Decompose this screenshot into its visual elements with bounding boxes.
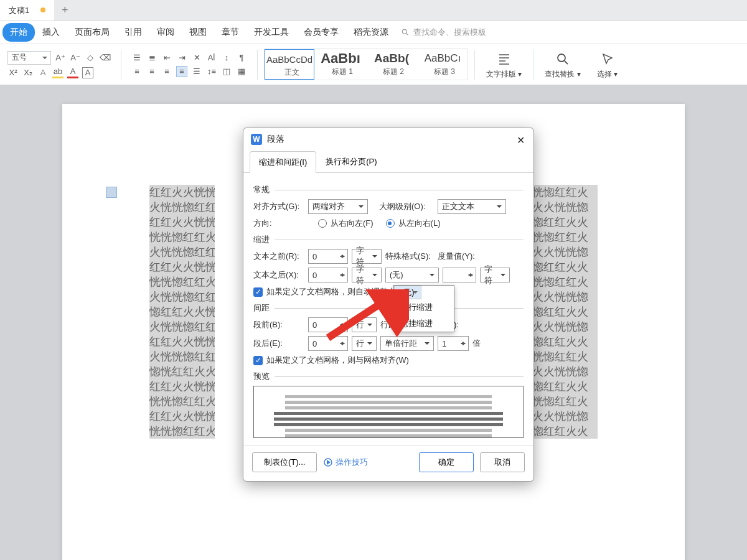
special-format-dropdown: (无) 首行缩进 悬挂缩进 bbox=[393, 285, 454, 332]
style-gallery[interactable]: AaBbCcDd 正文 AaBbı 标题 1 AaBb( 标题 2 AaBbCı… bbox=[264, 49, 468, 80]
command-search-placeholder: 查找命令、搜索模板 bbox=[413, 27, 486, 38]
dialog-body: 常规 对齐方式(G): 两端对齐 大纲级别(O): 正文文本 方向: 从右向左(… bbox=[243, 173, 533, 446]
menu-member[interactable]: 会员专享 bbox=[296, 23, 346, 42]
menu-chapter[interactable]: 章节 bbox=[214, 23, 247, 42]
snap-to-grid-checkbox[interactable]: ✓ bbox=[253, 356, 263, 365]
highlight-icon[interactable]: ab bbox=[52, 67, 63, 78]
special-format-select[interactable]: (无) bbox=[385, 268, 439, 282]
document-tab[interactable]: 文稿1 bbox=[0, 0, 54, 21]
measure-value-input[interactable] bbox=[443, 268, 476, 282]
align-center-icon[interactable]: ≡ bbox=[146, 66, 157, 77]
align-justify-icon[interactable]: ≡ bbox=[176, 66, 187, 77]
add-tab-button[interactable]: + bbox=[54, 0, 75, 21]
special-option-hanging[interactable]: 悬挂缩进 bbox=[394, 315, 454, 332]
close-button[interactable]: ✕ bbox=[514, 133, 527, 147]
wps-logo-icon: W bbox=[251, 134, 262, 145]
special-format-label: 特殊格式(S): bbox=[385, 251, 434, 262]
menu-docer[interactable]: 稻壳资源 bbox=[346, 23, 396, 42]
diamond-icon[interactable]: ◇ bbox=[85, 52, 96, 63]
before-para-input[interactable]: 0 bbox=[308, 317, 348, 332]
ok-button[interactable]: 确定 bbox=[419, 452, 474, 472]
align-right-icon[interactable]: ≡ bbox=[161, 66, 172, 77]
menu-insert[interactable]: 插入 bbox=[35, 23, 67, 42]
outline-level-label: 大纲级别(O): bbox=[379, 201, 434, 212]
menu-page-layout[interactable]: 页面布局 bbox=[67, 23, 117, 42]
superscript-icon[interactable]: X² bbox=[7, 67, 19, 78]
search-icon bbox=[401, 28, 410, 37]
alignment-select[interactable]: 两端对齐 bbox=[308, 199, 368, 214]
dialog-titlebar[interactable]: W 段落 ✕ bbox=[243, 128, 533, 151]
style-heading1[interactable]: AaBbı 标题 1 bbox=[316, 49, 365, 80]
special-option-none[interactable]: (无) bbox=[394, 286, 421, 299]
font-size-select[interactable]: 五号 bbox=[7, 51, 51, 65]
decrease-font-icon[interactable]: A⁻ bbox=[70, 52, 81, 63]
after-para-input[interactable]: 0 bbox=[308, 336, 348, 351]
outline-level-select[interactable]: 正文文本 bbox=[438, 199, 506, 214]
style-heading3[interactable]: AaBbCı 标题 3 bbox=[418, 49, 467, 80]
tool-select[interactable]: 选择 ▾ bbox=[592, 49, 622, 80]
increase-font-icon[interactable]: A⁺ bbox=[55, 52, 66, 63]
distributed-icon[interactable]: ☰ bbox=[191, 66, 202, 77]
align-left-icon[interactable]: ≡ bbox=[131, 66, 143, 77]
subscript-icon[interactable]: X₂ bbox=[22, 67, 34, 78]
font-color-icon[interactable]: A bbox=[67, 67, 78, 78]
line-spacing-icon[interactable]: ↕≡ bbox=[206, 66, 217, 77]
line-spacing-select[interactable]: 单倍行距 bbox=[380, 336, 434, 351]
section-general-label: 常规 bbox=[253, 184, 270, 195]
direction-rtl-radio[interactable] bbox=[318, 219, 327, 228]
tool-typeset[interactable]: 文字排版 ▾ bbox=[481, 49, 527, 80]
numbering-icon[interactable]: ≣ bbox=[146, 52, 157, 63]
font-color-a-icon[interactable]: A bbox=[37, 67, 49, 78]
after-text-unit[interactable]: 字符 bbox=[352, 268, 382, 282]
measure-unit[interactable]: 字符 bbox=[480, 268, 510, 282]
selection-marker-icon bbox=[106, 187, 117, 198]
before-text-unit[interactable]: 字符 bbox=[352, 249, 382, 264]
svg-point-2 bbox=[558, 54, 565, 62]
auto-adjust-indent-checkbox[interactable]: ✓ bbox=[253, 287, 263, 297]
clear-format-icon[interactable]: ⌫ bbox=[100, 52, 111, 63]
direction-ltr-radio[interactable] bbox=[386, 219, 395, 228]
shading-icon[interactable]: ◫ bbox=[221, 66, 232, 77]
show-marks-icon[interactable]: ¶ bbox=[236, 52, 247, 63]
preview-box bbox=[253, 386, 524, 438]
text-direction-icon[interactable]: ✕ bbox=[191, 52, 202, 63]
direction-label: 方向: bbox=[253, 218, 304, 229]
tabstop-button[interactable]: 制表位(T)... bbox=[252, 452, 317, 472]
set-value-input[interactable]: 1 bbox=[438, 336, 469, 351]
command-search-box[interactable]: 查找命令、搜索模板 bbox=[401, 27, 486, 38]
sort-icon[interactable]: ↕ bbox=[221, 52, 232, 63]
dialog-title: 段落 bbox=[267, 134, 284, 145]
menu-review[interactable]: 审阅 bbox=[149, 23, 182, 42]
style-heading2[interactable]: AaBb( 标题 2 bbox=[367, 49, 416, 80]
document-tab-bar: 文稿1 + bbox=[0, 0, 747, 21]
align-distribute-icon[interactable]: Aⅼ bbox=[206, 52, 217, 63]
svg-line-1 bbox=[406, 34, 408, 35]
before-text-input[interactable]: 0 bbox=[308, 249, 348, 264]
style-normal[interactable]: AaBbCcDd 正文 bbox=[265, 49, 314, 80]
cancel-button[interactable]: 取消 bbox=[480, 452, 525, 472]
before-para-label: 段前(B): bbox=[253, 319, 304, 330]
menu-references[interactable]: 引用 bbox=[117, 23, 149, 42]
tips-link[interactable]: 操作技巧 bbox=[323, 457, 368, 468]
play-icon bbox=[323, 457, 333, 467]
tab-line-page-breaks[interactable]: 换行和分页(P) bbox=[316, 151, 386, 172]
tool-find-replace[interactable]: 查找替换 ▾ bbox=[540, 49, 585, 80]
document-tab-title: 文稿1 bbox=[9, 5, 29, 16]
menu-start[interactable]: 开始 bbox=[2, 23, 35, 42]
special-option-first-line[interactable]: 首行缩进 bbox=[394, 299, 454, 315]
bullets-icon[interactable]: ☰ bbox=[131, 52, 143, 63]
character-border-icon[interactable]: A bbox=[82, 67, 93, 78]
decrease-indent-icon[interactable]: ⇤ bbox=[161, 52, 172, 63]
increase-indent-icon[interactable]: ⇥ bbox=[176, 52, 187, 63]
menu-dev-tools[interactable]: 开发工具 bbox=[247, 23, 296, 42]
alignment-label: 对齐方式(G): bbox=[253, 201, 304, 212]
direction-ltr-label: 从左向右(L) bbox=[398, 218, 441, 229]
ribbon-toolbar: 五号 A⁺ A⁻ ◇ ⌫ X² X₂ A ab A A ☰ ≣ ⇤ ⇥ ✕ Aⅼ… bbox=[0, 44, 747, 85]
after-para-unit[interactable]: 行 bbox=[352, 336, 377, 351]
borders-icon[interactable]: ▦ bbox=[236, 66, 247, 77]
menu-view[interactable]: 视图 bbox=[182, 23, 214, 42]
before-para-unit[interactable]: 行 bbox=[352, 317, 377, 332]
after-para-label: 段后(E): bbox=[253, 338, 304, 349]
tab-indent-spacing[interactable]: 缩进和间距(I) bbox=[250, 151, 316, 173]
after-text-input[interactable]: 0 bbox=[308, 268, 348, 282]
